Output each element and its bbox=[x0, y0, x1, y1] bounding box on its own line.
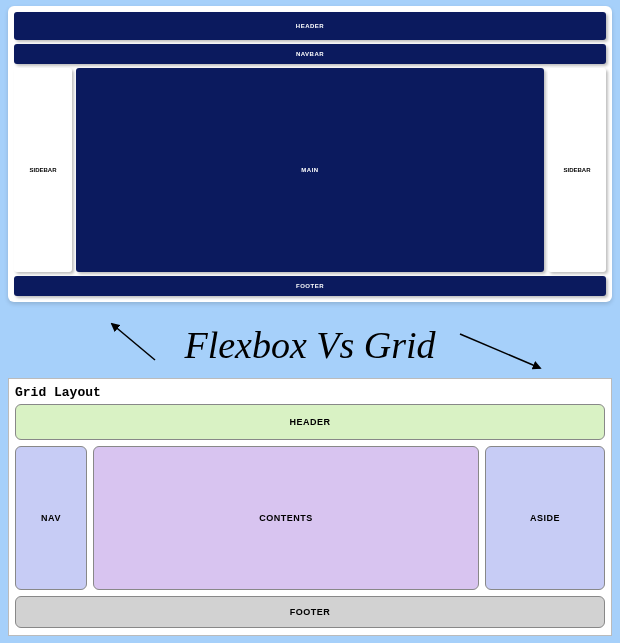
flexbox-main: MAIN bbox=[76, 68, 544, 272]
grid-nav: NAV bbox=[15, 446, 87, 590]
flexbox-sidebar-right: SIDEBAR bbox=[548, 68, 606, 272]
grid-aside: ASIDE bbox=[485, 446, 605, 590]
flexbox-sidebar-left: SIDEBAR bbox=[14, 68, 72, 272]
grid-contents: CONTENTS bbox=[93, 446, 479, 590]
arrow-to-flexbox bbox=[112, 324, 155, 360]
grid-layout-title: Grid Layout bbox=[15, 385, 605, 400]
grid-header: HEADER bbox=[15, 404, 605, 440]
flexbox-header: HEADER bbox=[14, 12, 606, 40]
flexbox-middle-row: SIDEBAR MAIN SIDEBAR bbox=[14, 68, 606, 272]
arrow-to-grid bbox=[460, 334, 540, 368]
comparison-title-wrap: Flexbox Vs Grid bbox=[0, 318, 620, 372]
grid-layout-panel: Grid Layout HEADER NAV CONTENTS ASIDE FO… bbox=[8, 378, 612, 636]
flexbox-navbar: NAVBAR bbox=[14, 44, 606, 64]
flexbox-layout-panel: HEADER NAVBAR SIDEBAR MAIN SIDEBAR FOOTE… bbox=[8, 6, 612, 302]
flexbox-footer: FOOTER bbox=[14, 276, 606, 296]
grid-footer: FOOTER bbox=[15, 596, 605, 628]
grid-container: HEADER NAV CONTENTS ASIDE FOOTER bbox=[15, 404, 605, 628]
comparison-title: Flexbox Vs Grid bbox=[184, 323, 435, 367]
